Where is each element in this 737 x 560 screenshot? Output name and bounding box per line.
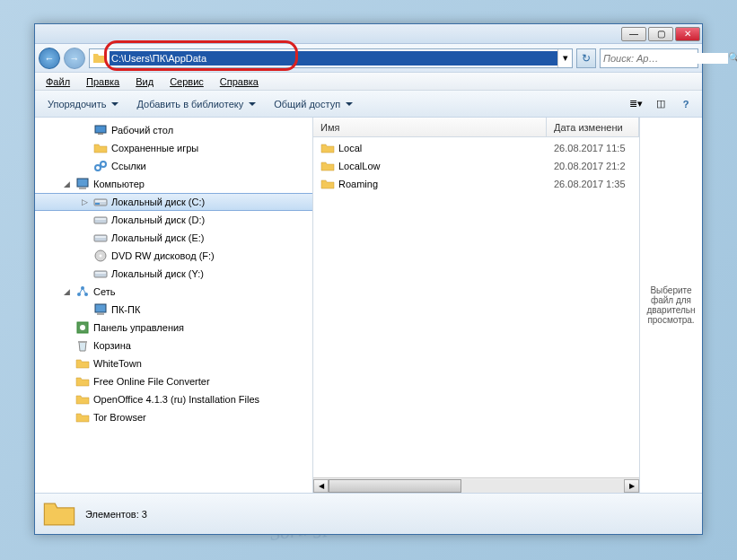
menu-tools[interactable]: Сервис xyxy=(162,74,211,89)
explorer-window: — ▢ ✕ ← → ▾ ↻ 🔍 Файл Правка Вид Сервис С… xyxy=(34,23,703,535)
folder-icon xyxy=(92,51,107,66)
file-date: 20.08.2017 21:2 xyxy=(547,161,639,171)
tree-item[interactable]: Локальный диск (E:) xyxy=(35,229,312,247)
view-mode-button[interactable]: ≣▾ xyxy=(625,94,646,114)
address-dropdown[interactable]: ▾ xyxy=(557,49,572,67)
tree-item-label: Free Online File Converter xyxy=(93,376,210,387)
col-name[interactable]: Имя xyxy=(313,118,547,136)
svg-rect-20 xyxy=(95,304,106,312)
tree-item-label: Сохраненные игры xyxy=(111,143,198,153)
tree-item-label: WhiteTown xyxy=(93,358,142,369)
scroll-track[interactable] xyxy=(329,479,624,493)
tree-item[interactable]: Рабочий стол xyxy=(35,121,312,139)
tree-item-label: Локальный диск (Y:) xyxy=(111,268,204,279)
tree-item-label: Компьютер xyxy=(93,179,145,189)
menu-file[interactable]: Файл xyxy=(39,74,77,89)
tree-item[interactable]: Локальный диск (Y:) xyxy=(35,265,312,283)
refresh-button[interactable]: ↻ xyxy=(576,48,596,68)
folder-icon xyxy=(42,497,76,531)
nav-tree[interactable]: Рабочий столСохраненные игрыСсылки◢Компь… xyxy=(35,118,313,493)
tree-item-label: Корзина xyxy=(93,340,131,351)
tree-item-label: Локальный диск (E:) xyxy=(111,232,205,243)
svg-point-14 xyxy=(100,255,102,258)
h-scrollbar[interactable]: ◀ ▶ xyxy=(313,477,639,493)
tree-item[interactable]: Сохраненные игры xyxy=(35,139,312,157)
expand-icon[interactable]: ◢ xyxy=(62,179,72,188)
preview-pane-button[interactable]: ◫ xyxy=(650,94,671,114)
col-date[interactable]: Дата изменени xyxy=(547,118,639,136)
status-bar: Элементов: 3 xyxy=(35,493,702,534)
expand-icon[interactable]: ▷ xyxy=(80,197,90,206)
tree-item-label: Панель управления xyxy=(93,322,184,333)
scroll-thumb[interactable] xyxy=(329,479,461,493)
tree-item[interactable]: DVD RW дисковод (F:) xyxy=(35,247,312,265)
file-name: Local xyxy=(338,143,362,153)
tree-item[interactable]: Панель управления xyxy=(35,319,312,337)
svg-rect-21 xyxy=(97,313,104,315)
column-header[interactable]: Имя Дата изменени xyxy=(313,118,639,137)
tree-item-label: Локальный диск (D:) xyxy=(111,214,205,225)
back-button[interactable]: ← xyxy=(39,48,60,69)
tree-item-label: Локальный диск (C:) xyxy=(111,197,205,207)
content-pane: Имя Дата изменени Local26.08.2017 11:5Lo… xyxy=(313,118,639,493)
maximize-button[interactable]: ▢ xyxy=(648,27,673,41)
help-button[interactable]: ? xyxy=(675,94,697,114)
svg-rect-0 xyxy=(95,126,106,133)
file-date: 26.08.2017 11:5 xyxy=(547,143,639,153)
file-date: 26.08.2017 1:35 xyxy=(547,179,639,189)
tree-item[interactable]: Корзина xyxy=(35,337,312,354)
status-label: Элементов: 3 xyxy=(85,509,147,520)
tree-item[interactable]: Free Online File Converter xyxy=(35,372,312,390)
organize-button[interactable]: Упорядочить xyxy=(40,96,126,112)
tree-item-label: OpenOffice 4.1.3 (ru) Installation Files xyxy=(93,394,259,405)
menu-help[interactable]: Справка xyxy=(213,74,266,89)
preview-pane: Выберите файл для дварительн просмотра. xyxy=(639,118,702,493)
file-name: LocalLow xyxy=(338,161,380,171)
address-bar[interactable]: ▾ xyxy=(89,48,573,68)
menu-view[interactable]: Вид xyxy=(128,74,161,89)
tree-item[interactable]: ▷Локальный диск (C:) xyxy=(35,193,312,211)
search-icon: 🔍 xyxy=(728,52,737,64)
tree-item[interactable]: Локальный диск (D:) xyxy=(35,211,312,229)
svg-point-23 xyxy=(80,325,85,330)
svg-rect-7 xyxy=(95,200,106,202)
svg-rect-8 xyxy=(95,203,100,205)
titlebar: — ▢ ✕ xyxy=(35,24,702,44)
expand-icon[interactable]: ◢ xyxy=(62,287,72,296)
tree-item[interactable]: ◢Компьютер xyxy=(35,175,312,193)
svg-rect-16 xyxy=(95,272,106,274)
tree-item-label: DVD RW дисковод (F:) xyxy=(111,250,215,261)
svg-rect-10 xyxy=(95,218,106,220)
forward-button[interactable]: → xyxy=(64,48,85,69)
svg-rect-5 xyxy=(79,188,86,189)
scroll-right-button[interactable]: ▶ xyxy=(624,479,639,493)
search-box[interactable]: 🔍 xyxy=(600,48,698,68)
svg-rect-1 xyxy=(98,133,103,135)
tree-item-label: Ссылки xyxy=(111,161,146,171)
tree-item-label: Рабочий стол xyxy=(111,125,173,136)
tree-item[interactable]: ◢Сеть xyxy=(35,283,312,301)
tree-item-label: Tor Browser xyxy=(93,412,146,423)
svg-rect-12 xyxy=(95,236,106,238)
tree-item[interactable]: OpenOffice 4.1.3 (ru) Installation Files xyxy=(35,390,312,408)
add-to-library-button[interactable]: Добавить в библиотеку xyxy=(129,96,263,112)
tree-item[interactable]: WhiteTown xyxy=(35,354,312,372)
file-row[interactable]: Roaming26.08.2017 1:35 xyxy=(313,175,639,193)
close-button[interactable]: ✕ xyxy=(675,27,700,41)
svg-rect-4 xyxy=(77,179,88,187)
file-row[interactable]: LocalLow20.08.2017 21:2 xyxy=(313,157,639,175)
svg-point-2 xyxy=(95,165,101,171)
svg-rect-24 xyxy=(78,341,87,343)
file-list[interactable]: Local26.08.2017 11:5LocalLow20.08.2017 2… xyxy=(313,137,639,477)
minimize-button[interactable]: — xyxy=(621,27,646,41)
svg-point-3 xyxy=(101,162,106,167)
address-input[interactable] xyxy=(110,51,557,66)
file-row[interactable]: Local26.08.2017 11:5 xyxy=(313,139,639,157)
search-input[interactable] xyxy=(603,53,728,64)
tree-item[interactable]: Tor Browser xyxy=(35,408,312,426)
tree-item[interactable]: ПК-ПК xyxy=(35,301,312,319)
tree-item[interactable]: Ссылки xyxy=(35,157,312,175)
menu-edit[interactable]: Правка xyxy=(79,74,127,89)
share-button[interactable]: Общий доступ xyxy=(267,96,360,112)
scroll-left-button[interactable]: ◀ xyxy=(313,479,329,493)
